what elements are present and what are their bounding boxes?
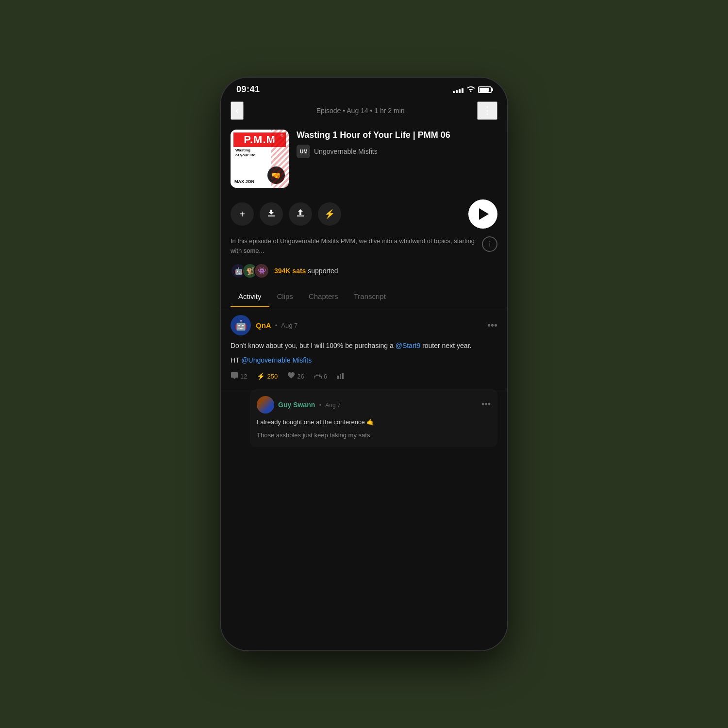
- post-username[interactable]: QnA: [256, 321, 271, 330]
- comment-count: 12: [240, 373, 247, 380]
- status-time: 09:41: [236, 84, 260, 95]
- nav-bar: ‹ Episode • Aug 14 • 1 hr 2 min ⋮: [221, 98, 507, 124]
- reply-card: Guy Swann • Aug 7 ••• I already bought o…: [250, 389, 497, 447]
- phone-screen: 09:41 ‹ Episod: [221, 78, 507, 650]
- share-button[interactable]: [289, 202, 312, 226]
- post-header: 🤖 QnA • Aug 7 •••: [231, 315, 497, 335]
- reply-more-button[interactable]: •••: [481, 399, 491, 410]
- wifi-icon: [466, 85, 475, 94]
- supported-label: supported: [308, 267, 338, 275]
- post-date: Aug 7: [281, 322, 298, 329]
- boost-icon: ⚡: [324, 209, 335, 219]
- reply-date: Aug 7: [325, 402, 340, 409]
- info-button[interactable]: i: [482, 236, 497, 252]
- description-text: In this episode of Ungovernable Misfits …: [231, 236, 476, 255]
- svg-rect-2: [337, 376, 339, 379]
- episode-info: Wasting 1 Hour of Your Life | PMM 06 UM …: [297, 130, 497, 158]
- tab-transcript[interactable]: Transcript: [346, 286, 394, 307]
- status-bar: 09:41: [221, 78, 507, 98]
- status-icons: [453, 85, 492, 94]
- like-action[interactable]: 26: [287, 372, 304, 381]
- supporter-avatars: 🤖 🐒 👾: [231, 263, 269, 279]
- play-button[interactable]: [468, 199, 497, 229]
- mention-start9[interactable]: @Start9: [396, 342, 421, 349]
- add-button[interactable]: +: [231, 202, 254, 226]
- description-section: In this episode of Ungovernable Misfits …: [221, 236, 507, 263]
- repost-icon: [314, 372, 322, 381]
- post-avatar: 🤖: [231, 315, 251, 335]
- podcast-icon: UM: [297, 145, 310, 158]
- tab-clips[interactable]: Clips: [269, 286, 301, 307]
- episode-header: P.M.M® Wastingof your life MAX JON 🤜: [221, 124, 507, 196]
- svg-text:UM: UM: [300, 149, 308, 154]
- art-stripe: [271, 130, 289, 188]
- boost-button[interactable]: ⚡: [318, 202, 341, 226]
- mention-misfits[interactable]: @Ungovernable Misfits: [241, 356, 312, 364]
- post-user-info: QnA • Aug 7: [256, 321, 298, 330]
- svg-rect-4: [342, 373, 344, 379]
- download-button[interactable]: [260, 202, 283, 226]
- more-button[interactable]: ⋮: [477, 101, 497, 120]
- share-icon: [296, 209, 305, 220]
- reply-username[interactable]: Guy Swann: [278, 401, 315, 409]
- reply-text: I already bought one at the conference 🤙: [257, 417, 491, 428]
- download-icon: [267, 209, 276, 220]
- phone-shell: 09:41 ‹ Episod: [221, 78, 507, 650]
- reply-user-row: Guy Swann • Aug 7: [257, 396, 341, 414]
- supporters-text: 394K sats supported: [274, 267, 338, 275]
- episode-title: Wasting 1 Hour of Your Life | PMM 06: [297, 130, 497, 141]
- chart-icon: [337, 372, 345, 381]
- post-ht-label: HT: [231, 356, 241, 364]
- boost-action[interactable]: ⚡ 250: [257, 372, 278, 380]
- comment-action[interactable]: 12: [231, 372, 247, 381]
- add-icon: +: [239, 209, 245, 220]
- reply-dot: •: [319, 402, 321, 409]
- battery-icon: [478, 86, 492, 93]
- repost-count: 6: [324, 373, 327, 380]
- repost-action[interactable]: 6: [314, 372, 327, 381]
- reply-avatar-img: [257, 396, 274, 414]
- reply-text-truncated: Those assholes just keep taking my sats: [257, 430, 491, 441]
- action-bar: + ⚡: [221, 196, 507, 236]
- post-dot: •: [275, 322, 278, 329]
- post-text: Don't know about you, but I will 100% be…: [231, 340, 497, 366]
- episode-art: P.M.M® Wastingof your life MAX JON 🤜: [231, 130, 289, 188]
- boost-small-icon: ⚡: [257, 372, 265, 380]
- back-button[interactable]: ‹: [231, 101, 244, 120]
- boost-count: 250: [267, 373, 278, 380]
- supporters-row: 🤖 🐒 👾 394K sats supported: [221, 263, 507, 286]
- tab-activity[interactable]: Activity: [231, 286, 269, 307]
- svg-rect-3: [340, 374, 341, 379]
- heart-icon: [287, 372, 295, 381]
- post-more-button[interactable]: •••: [487, 320, 497, 331]
- activity-feed: 🤖 QnA • Aug 7 ••• Don't know about you, …: [221, 307, 507, 650]
- pmm-logo-names: MAX JON: [234, 179, 254, 184]
- reply-header: Guy Swann • Aug 7 •••: [257, 396, 491, 414]
- post-card: 🤖 QnA • Aug 7 ••• Don't know about you, …: [221, 307, 507, 389]
- comment-icon: [231, 372, 238, 381]
- stats-action[interactable]: [337, 372, 345, 381]
- play-icon: [479, 208, 489, 220]
- tabs-bar: Activity Clips Chapters Transcript: [221, 286, 507, 307]
- signal-icon: [453, 86, 463, 93]
- nav-title: Episode • Aug 14 • 1 hr 2 min: [244, 107, 477, 115]
- supporter-avatar-3: 👾: [254, 263, 269, 279]
- tab-chapters[interactable]: Chapters: [301, 286, 346, 307]
- podcast-name: Ungovernable Misfits: [314, 148, 378, 155]
- reply-avatar: [257, 396, 274, 414]
- like-count: 26: [297, 373, 304, 380]
- post-user-row: 🤖 QnA • Aug 7: [231, 315, 298, 335]
- podcast-row: UM Ungovernable Misfits: [297, 145, 497, 158]
- post-actions: 12 ⚡ 250 26: [231, 372, 497, 381]
- sats-count: 394K sats: [274, 267, 306, 275]
